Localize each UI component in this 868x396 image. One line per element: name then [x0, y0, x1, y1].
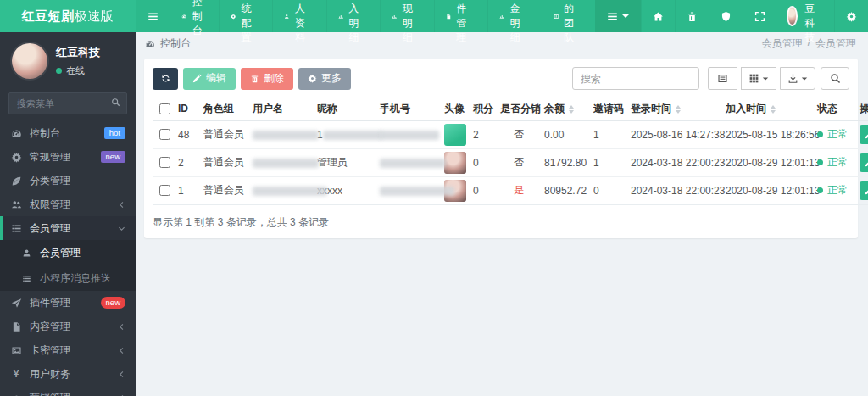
file-icon — [10, 321, 22, 332]
col-nickname[interactable]: 昵称 — [314, 98, 376, 120]
cell-join-time: 2020-08-29 12:01:13 — [722, 176, 814, 204]
status-badge: 正常 — [817, 183, 848, 198]
refresh-icon — [161, 74, 170, 83]
col-join-time[interactable]: 加入时间 — [722, 98, 814, 120]
list-icon — [20, 274, 32, 283]
cell-login-time: 2025-08-16 14:27:38 — [627, 120, 722, 148]
sidebar-subitem-member-management[interactable]: 会员管理 — [0, 240, 136, 265]
search-button[interactable] — [821, 67, 849, 90]
breadcrumb-parent[interactable]: 会员管理 — [762, 36, 803, 51]
toggle-view-button[interactable] — [708, 67, 737, 90]
edit-button[interactable]: 编辑 — [183, 68, 236, 90]
sidebar-item-plugins[interactable]: 插件管理new — [0, 291, 136, 315]
sidebar-item-marketing[interactable]: 营销管理 — [0, 386, 136, 396]
user-icon — [284, 11, 289, 22]
gear-icon — [231, 11, 236, 22]
export-button[interactable] — [780, 67, 815, 90]
security-button[interactable] — [709, 0, 743, 32]
pagination-summary: 显示第 1 到第 3 条记录，总共 3 条记录 — [153, 215, 849, 230]
col-login-time[interactable]: 登录时间 — [627, 98, 722, 120]
sort-icon[interactable] — [676, 105, 681, 114]
col-status[interactable]: 状态 — [814, 98, 856, 120]
masked-username — [253, 131, 319, 140]
cell-status: 正常 — [814, 120, 856, 148]
avatar[interactable] — [12, 43, 47, 79]
topnav-attachment[interactable]: 附件管理 — [434, 0, 487, 32]
sidebar-item-dashboard[interactable]: 控制台hot — [0, 121, 136, 145]
topnav-dashboard[interactable]: 控制台 — [170, 0, 219, 32]
cell-id: 1 — [175, 176, 200, 204]
fullscreen-button[interactable] — [743, 0, 776, 32]
avatar — [444, 124, 466, 146]
sort-icon[interactable] — [569, 105, 574, 114]
cell-points: 0 — [470, 148, 497, 176]
sidebar-item-cardkey[interactable]: 卡密管理 — [0, 338, 136, 362]
col-id[interactable]: ID — [175, 98, 200, 120]
sort-icon[interactable] — [771, 105, 776, 114]
cell-invite-code: 0 — [590, 176, 627, 204]
leaf-icon — [10, 176, 22, 187]
col-username[interactable]: 用户名 — [249, 98, 314, 120]
hamburger-icon — [147, 11, 159, 22]
cell-phone — [376, 148, 441, 176]
sidebar-item-user-finance[interactable]: ¥用户财务 — [0, 362, 136, 386]
delete-button[interactable]: 删除 — [241, 68, 293, 90]
col-balance[interactable]: 余额 — [541, 98, 590, 120]
more-button[interactable]: 更多 — [298, 68, 351, 90]
sidebar-item-content[interactable]: 内容管理 — [0, 315, 136, 338]
table-row[interactable]: 48 普通会员 1 2 否 0.00 1 2025-08-16 14:27:38… — [153, 120, 868, 148]
topnav-withdraw-detail[interactable]: 提现明细 — [380, 0, 433, 32]
settings-button[interactable] — [834, 0, 868, 32]
row-edit-button[interactable] — [860, 181, 868, 200]
topnav-system-config[interactable]: 系统配置 — [219, 0, 272, 32]
row-checkbox[interactable] — [159, 129, 170, 140]
col-avatar[interactable]: 头像 — [441, 98, 470, 120]
chart-icon — [499, 11, 504, 22]
row-edit-button[interactable] — [860, 153, 868, 172]
columns-button[interactable] — [741, 67, 776, 90]
clear-button[interactable] — [675, 0, 709, 32]
sidebar-submenu: 会员管理 小程序消息推送 — [0, 240, 136, 291]
topbar-user-menu[interactable]: 红豆科技 — [776, 0, 834, 32]
menu-search-input[interactable] — [8, 92, 127, 114]
topnav-income-detail[interactable]: 收入明细 — [326, 0, 380, 32]
cell-role: 普通会员 — [200, 120, 249, 148]
list-icon — [10, 223, 22, 234]
topnav-profile[interactable]: 个人资料 — [272, 0, 326, 32]
breadcrumb-home[interactable]: 控制台 — [160, 36, 191, 51]
row-edit-button[interactable] — [860, 125, 868, 144]
pencil-icon — [192, 74, 202, 83]
home-icon — [653, 11, 664, 22]
sidebar-item-member-management[interactable]: 会员管理 — [0, 216, 136, 240]
masked-phone — [380, 187, 454, 196]
cell-actions — [856, 120, 868, 148]
sidebar-item-permission[interactable]: 权限管理 — [0, 192, 136, 216]
select-all-checkbox[interactable] — [159, 103, 170, 114]
home-button[interactable] — [641, 0, 675, 32]
refresh-button[interactable] — [153, 68, 178, 90]
table-row[interactable]: 2 普通会员 管理员 0 否 81792.80 1 2024-03-18 22:… — [153, 148, 868, 176]
col-actions: 操作 — [856, 98, 868, 120]
col-phone[interactable]: 手机号 — [376, 98, 441, 120]
table-search-input[interactable] — [572, 67, 699, 90]
export-icon — [787, 73, 798, 84]
col-invite-code[interactable]: 邀请码 — [590, 98, 627, 120]
topnav-commission-detail[interactable]: 佣金明细 — [487, 0, 541, 32]
row-checkbox[interactable] — [159, 157, 170, 168]
topnav-my-team[interactable]: 我的团队 — [542, 0, 595, 32]
sidebar-item-category[interactable]: 分类管理 — [0, 169, 136, 192]
cell-points: 2 — [470, 120, 497, 148]
hot-badge: hot — [104, 127, 125, 139]
col-points[interactable]: 积分 — [470, 98, 497, 120]
sidebar-collapse-toggle[interactable] — [136, 0, 170, 32]
trash-icon — [687, 11, 698, 22]
col-role[interactable]: 角色组 — [200, 98, 249, 120]
table-row[interactable]: 1 普通会员 xxxxx 0 是 80952.72 0 2024-03-18 2… — [153, 176, 868, 204]
tabs-dropdown-button[interactable] — [595, 0, 641, 32]
col-distributor[interactable]: 是否分销 — [497, 98, 541, 120]
sidebar-item-general[interactable]: 常规管理new — [0, 145, 136, 169]
sidebar-subitem-miniprogram-push[interactable]: 小程序消息推送 — [0, 265, 136, 291]
app-logo[interactable]: 红豆短剧极速版 — [0, 0, 136, 32]
row-checkbox[interactable] — [159, 185, 170, 196]
profile-status: 在线 — [56, 64, 100, 77]
